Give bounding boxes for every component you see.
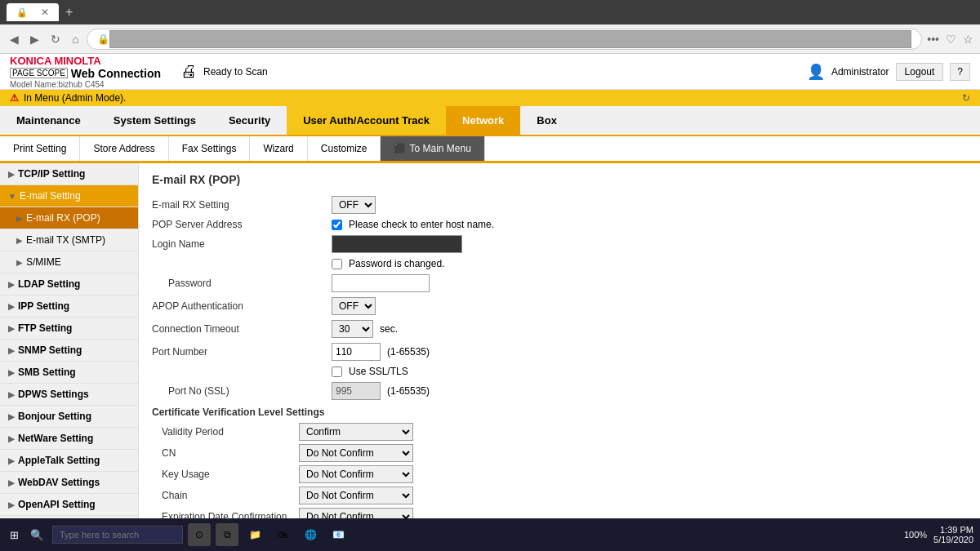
taskbar-outlook[interactable]: 📧 <box>327 523 350 546</box>
nav-box[interactable]: Box <box>520 106 573 135</box>
chain-row: Chain Do Not Confirm Confirm <box>152 487 967 504</box>
main-menu-icon: ⬛ <box>394 143 406 154</box>
cn-select[interactable]: Do Not Confirm Confirm <box>299 444 413 462</box>
sidebar-label-smb: SMB Setting <box>18 367 76 378</box>
search-button[interactable]: 🔍 <box>27 526 47 544</box>
taskbar-search-input[interactable] <box>52 526 183 544</box>
star-icon[interactable]: ☆ <box>963 33 973 46</box>
sidebar-item-ldap[interactable]: ▶ LDAP Setting <box>0 273 138 295</box>
sidebar-item-tcpip[interactable]: ▶ TCP/IP Setting <box>0 163 138 185</box>
password-input[interactable] <box>332 274 430 292</box>
admin-label: Administrator <box>831 66 889 78</box>
arrow-icon-pop: ▶ <box>16 214 23 223</box>
logout-button[interactable]: Logout <box>896 63 944 81</box>
pop-server-checkbox-label: Please check to enter host name. <box>349 219 494 230</box>
more-icon[interactable]: ••• <box>927 33 939 46</box>
ready-status: 🖨 Ready to Scan <box>180 62 268 81</box>
taskbar-store[interactable]: 🛍 <box>271 523 294 546</box>
nav-system-settings[interactable]: System Settings <box>97 106 212 135</box>
arrow-icon-ftp: ▶ <box>8 324 15 333</box>
validity-period-select[interactable]: Confirm Do Not Confirm <box>299 423 413 441</box>
sidebar-label-ftp: FTP Setting <box>18 322 72 334</box>
login-name-input[interactable] <box>332 235 462 253</box>
back-button[interactable]: ◀ <box>7 29 22 49</box>
password-changed-checkbox[interactable] <box>332 259 342 269</box>
sidebar-item-email-tx-smtp[interactable]: ▶ E-mail TX (SMTP) <box>0 229 138 251</box>
sidebar-item-ipp[interactable]: ▶ IPP Setting <box>0 295 138 318</box>
refresh-button[interactable]: ↻ <box>47 29 64 49</box>
use-ssl-checkbox[interactable] <box>332 367 342 377</box>
sidebar-item-ftp[interactable]: ▶ FTP Setting <box>0 318 138 340</box>
sidebar-label-appletalk: AppleTalk Setting <box>18 455 100 466</box>
taskbar-explorer[interactable]: 📁 <box>243 523 266 546</box>
sidebar-item-dpws[interactable]: ▶ DPWS Settings <box>0 384 138 406</box>
key-usage-select[interactable]: Do Not Confirm Confirm <box>299 465 413 483</box>
taskbar-edge[interactable]: 🌐 <box>299 523 322 546</box>
email-rx-setting-select[interactable]: OFF ON <box>332 196 376 214</box>
admin-avatar-icon: 👤 <box>807 63 825 81</box>
subnav-to-main-menu[interactable]: ⬛ To Main Menu <box>381 136 484 161</box>
pop-server-address-row: POP Server Address Please check to enter… <box>152 219 967 230</box>
sidebar-item-webdav[interactable]: ▶ WebDAV Settings <box>0 472 138 494</box>
sidebar-label-email-rx-pop: E-mail RX (POP) <box>26 212 100 224</box>
forward-button[interactable]: ▶ <box>27 29 42 49</box>
pop-server-address-control: Please check to enter host name. <box>332 219 494 230</box>
sidebar-item-appletalk[interactable]: ▶ AppleTalk Setting <box>0 450 138 472</box>
nav-network[interactable]: Network <box>446 106 520 135</box>
help-button[interactable]: ? <box>950 63 970 81</box>
start-button[interactable]: ⊞ <box>7 526 22 544</box>
connection-timeout-select[interactable]: 30 60 90 120 <box>332 320 373 338</box>
cert-section-header: Certificate Verification Level Settings <box>152 407 967 418</box>
port-number-input[interactable] <box>332 343 381 361</box>
taskbar-cortana[interactable]: ⊙ <box>188 523 211 546</box>
sidebar-item-openapi[interactable]: ▶ OpenAPI Setting <box>0 494 138 516</box>
port-ssl-range: (1-65535) <box>387 385 430 397</box>
bookmark-icon[interactable]: ♡ <box>946 33 956 46</box>
nav-security[interactable]: Security <box>212 106 287 135</box>
port-ssl-input[interactable] <box>332 382 381 400</box>
sidebar-item-bonjour[interactable]: ▶ Bonjour Setting <box>0 406 138 428</box>
refresh-status-button[interactable]: ↻ <box>962 92 970 104</box>
sidebar-item-smime[interactable]: ▶ S/MIME <box>0 251 138 273</box>
sidebar-item-email-rx-pop[interactable]: ▶ E-mail RX (POP) <box>0 207 138 229</box>
address-bar[interactable]: 🔒 <box>87 29 922 50</box>
sidebar-item-email-setting[interactable]: ▼ E-mail Setting <box>0 185 138 207</box>
sidebar-item-smb[interactable]: ▶ SMB Setting <box>0 362 138 384</box>
nav-maintenance[interactable]: Maintenance <box>0 106 97 135</box>
arrow-icon-ipp: ▶ <box>8 302 15 311</box>
chain-label: Chain <box>152 490 299 501</box>
cn-row: CN Do Not Confirm Confirm <box>152 444 967 462</box>
connection-timeout-control: 30 60 90 120 sec. <box>332 320 398 338</box>
subnav-customize[interactable]: Customize <box>308 136 381 161</box>
subnav-fax-settings[interactable]: Fax Settings <box>169 136 251 161</box>
chain-select[interactable]: Do Not Confirm Confirm <box>299 487 413 504</box>
sidebar-label-snmp: SNMP Setting <box>18 344 82 356</box>
new-tab-button[interactable]: + <box>65 5 73 20</box>
current-time: 1:39 PM <box>933 525 973 535</box>
content-wrapper: ▶ TCP/IP Setting ▼ E-mail Setting ▶ E-ma… <box>0 163 980 532</box>
web-connection-line: PAGE SCOPE Web Connection <box>10 67 161 80</box>
password-changed-row: Password is changed. <box>152 258 967 269</box>
brand-logo: KONICA MINOLTA <box>10 55 161 67</box>
apop-auth-select[interactable]: OFF ON <box>332 297 376 315</box>
arrow-icon: ▶ <box>8 170 15 179</box>
page-title: E-mail RX (POP) <box>152 173 967 186</box>
tab-close-button[interactable]: ✕ <box>41 7 49 18</box>
home-button[interactable]: ⌂ <box>69 29 82 49</box>
arrow-icon-netware: ▶ <box>8 434 15 443</box>
subnav-wizard[interactable]: Wizard <box>250 136 307 161</box>
url-input[interactable] <box>109 30 911 48</box>
subnav-print-setting[interactable]: Print Setting <box>0 136 80 161</box>
sidebar-item-netware[interactable]: ▶ NetWare Setting <box>0 428 138 450</box>
printer-icon: 🖨 <box>180 62 197 81</box>
pop-server-checkbox[interactable] <box>332 220 342 230</box>
battery-indicator: 100% <box>904 530 927 540</box>
arrow-icon-smb: ▶ <box>8 368 15 377</box>
nav-user-auth[interactable]: User Auth/Account Track <box>287 106 446 135</box>
browser-tab[interactable]: 🔒 ✕ <box>7 3 59 21</box>
port-ssl-control: (1-65535) <box>332 382 430 400</box>
taskbar-taskview[interactable]: ⧉ <box>216 523 238 546</box>
sidebar-item-snmp[interactable]: ▶ SNMP Setting <box>0 340 138 362</box>
main-navigation: Maintenance System Settings Security Use… <box>0 106 980 136</box>
subnav-store-address[interactable]: Store Address <box>80 136 168 161</box>
